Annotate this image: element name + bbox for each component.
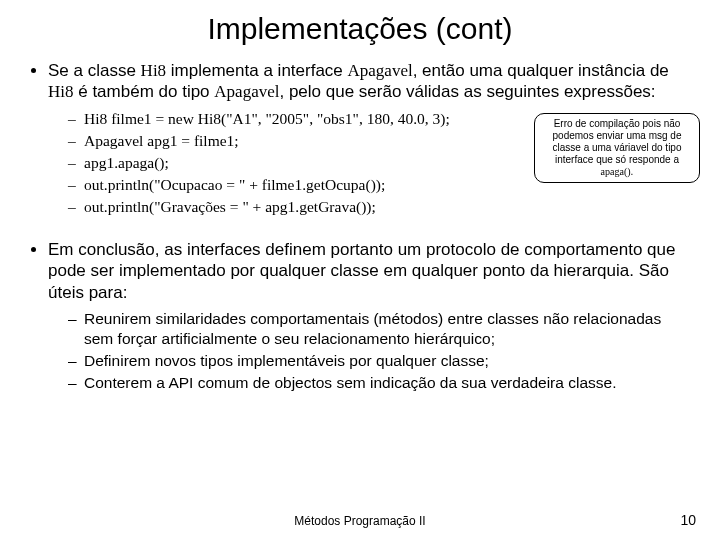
code-line-5: out.println("Gravações = " + apg1.getGra… [68, 197, 694, 217]
page-number: 10 [680, 512, 696, 528]
sub-3: Conterem a API comum de objectos sem ind… [68, 373, 694, 393]
slide: Implementações (cont) Se a classe Hi8 im… [0, 0, 720, 540]
b1-c3: Hi8 [48, 82, 74, 101]
sub-list: Reunirem similaridades comportamentais (… [48, 309, 694, 394]
b1-c2: Apagavel [348, 61, 413, 80]
b1-mid2: , então uma qualquer instância de [413, 61, 669, 80]
sub-1: Reunirem similaridades comportamentais (… [68, 309, 694, 349]
b1-post: , pelo que serão válidas as seguintes ex… [279, 82, 655, 101]
b2-text: Em conclusão, as interfaces definem port… [48, 240, 675, 302]
bullet-1: Se a classe Hi8 implementa a interface A… [48, 60, 694, 217]
b1-mid3: é também do tipo [74, 82, 215, 101]
spacer [26, 221, 694, 239]
bullet-list-2: Em conclusão, as interfaces definem port… [26, 239, 694, 393]
b1-c4: Apagavel [214, 82, 279, 101]
callout-text1: Erro de compilação pois não podemos envi… [553, 118, 682, 165]
callout-text3: . [631, 166, 634, 177]
callout-code: apaga() [601, 166, 631, 177]
footer-text: Métodos Programação II [0, 514, 720, 528]
code-block: Hi8 filme1 = new Hi8("A1", "2005", "obs1… [48, 109, 694, 218]
bullet-2: Em conclusão, as interfaces definem port… [48, 239, 694, 393]
b1-pre: Se a classe [48, 61, 141, 80]
slide-title: Implementações (cont) [26, 12, 694, 46]
error-callout: Erro de compilação pois não podemos envi… [534, 113, 700, 183]
sub-2: Definirem novos tipos implementáveis por… [68, 351, 694, 371]
bullet-list: Se a classe Hi8 implementa a interface A… [26, 60, 694, 217]
b1-c1: Hi8 [141, 61, 167, 80]
b1-mid1: implementa a interface [166, 61, 347, 80]
